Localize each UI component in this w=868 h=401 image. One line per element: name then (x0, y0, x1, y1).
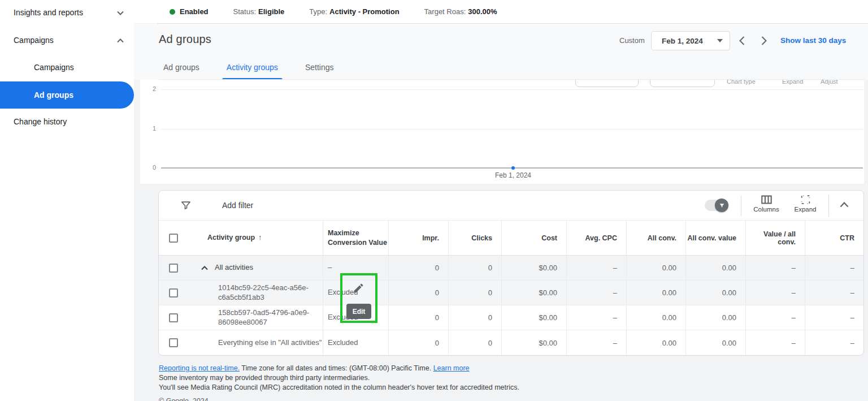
next-date-button[interactable] (757, 33, 771, 48)
date-picker-button[interactable]: Feb 1, 2024 (651, 31, 730, 50)
expand-button[interactable]: Expand (788, 195, 823, 213)
footer-line-2: Some inventory may be provided through t… (159, 373, 519, 383)
sidebar-item-campaigns-section[interactable]: Campaigns (0, 31, 134, 50)
activity-group-name[interactable]: 1014bc59-22c5-4eac-a56e-c6a5cb5f1ab3 (218, 283, 323, 302)
collapse-panel-chevron-icon[interactable] (840, 200, 849, 210)
sidebar-item-ad-groups[interactable]: Ad groups (0, 81, 134, 109)
divider (741, 196, 741, 216)
x-axis-tick: Feb 1, 2024 (495, 171, 531, 179)
page-title: Ad groups (159, 33, 211, 46)
filter-bar: Add filter Columns Expand (159, 191, 863, 220)
activity-group-name[interactable]: Everything else in "All activities" (218, 338, 322, 347)
impr-cell: 0 (388, 281, 448, 305)
filter-icon[interactable] (180, 200, 192, 213)
sidebar-item-label: Insights and reports (14, 8, 83, 17)
enabled-status[interactable]: Enabled (170, 7, 209, 16)
campaign-type: Type: Activity - Promotion (309, 7, 399, 16)
cost-cell: $0.00 (501, 330, 566, 355)
reporting-link[interactable]: Reporting is not real-time. (159, 364, 240, 372)
mcv-cell: Excluded (323, 330, 388, 355)
y-axis-tick: 2 (140, 85, 156, 92)
sort-ascending-icon: ↑ (258, 234, 262, 243)
all-conv-cell: 0.00 (626, 281, 685, 305)
chevron-up-icon (117, 36, 124, 45)
ctr-cell: – (805, 281, 863, 305)
column-header-label: Cost (541, 234, 557, 242)
tab-activity-groups[interactable]: Activity groups (222, 59, 283, 80)
sidebar-item-campaigns[interactable]: Campaigns (0, 58, 134, 77)
column-header-all-conv[interactable]: All conv. (626, 221, 685, 255)
row-checkbox[interactable] (169, 313, 178, 322)
activity-group-name[interactable]: 158cb597-0ad5-4796-a0e9-86098ee80067 (218, 308, 323, 327)
footer-line-1: Reporting is not real-time. Time zone fo… (159, 364, 519, 373)
sidebar-item-label: Ad groups (34, 90, 73, 100)
clicks-cell: 0 (448, 256, 501, 280)
chart-type-button[interactable]: Chart type (727, 80, 756, 85)
column-header-label: Clicks (471, 234, 492, 242)
chart-metric-selector-1[interactable] (575, 80, 639, 87)
column-header-activity-group[interactable]: Activity group ↑ (188, 221, 323, 255)
chart-adjust-button[interactable]: Adjust (821, 80, 838, 85)
activity-group-name[interactable]: All activities (215, 263, 253, 272)
row-checkbox[interactable] (169, 288, 178, 297)
column-header-avg-cpc[interactable]: Avg. CPC (566, 221, 626, 255)
footer-line-3: You'll see Media Rating Council (MRC) ac… (159, 383, 519, 393)
column-header-label: Activity group (207, 234, 255, 243)
tab-ad-groups[interactable]: Ad groups (159, 59, 204, 80)
y-axis-tick: 0 (140, 164, 156, 171)
caret-down-icon (717, 39, 723, 42)
avg-cpc-cell: – (566, 281, 626, 305)
collapse-row-icon[interactable] (201, 266, 208, 270)
google-ads-page: Insights and reports Campaigns Campaigns… (0, 0, 868, 401)
add-filter-button[interactable]: Add filter (222, 191, 253, 220)
sidebar-item-label: Campaigns (14, 36, 54, 45)
timezone-text: Time zone for all dates and times: (GMT-… (240, 364, 433, 372)
data-point[interactable] (511, 166, 515, 170)
impr-cell: 0 (388, 330, 448, 355)
target-roas: Target Roas: 300.00% (424, 7, 497, 16)
tab-settings[interactable]: Settings (301, 59, 338, 80)
table-row: 1014bc59-22c5-4eac-a56e-c6a5cb5f1ab3 Exc… (159, 281, 863, 305)
columns-label: Columns (753, 206, 779, 213)
row-checkbox[interactable] (169, 264, 178, 273)
impr-cell: 0 (388, 256, 448, 280)
column-header-value-all-conv[interactable]: Value / all conv. (745, 221, 805, 255)
type-value: Activity - Promotion (329, 7, 400, 16)
select-all-checkbox[interactable] (169, 234, 178, 243)
enabled-label: Enabled (180, 7, 209, 16)
impr-cell: 0 (388, 305, 448, 330)
expand-icon (801, 195, 810, 204)
roas-label: Target Roas: (424, 7, 466, 16)
row-checkbox[interactable] (169, 338, 178, 347)
column-header-all-conv-value[interactable]: All conv. value (685, 221, 745, 255)
column-header-cost[interactable]: Cost (501, 221, 566, 255)
sidebar-item-insights-and-reports[interactable]: Insights and reports (0, 3, 134, 22)
all-conv-value-cell: 0.00 (685, 256, 745, 280)
columns-button[interactable]: Columns (749, 195, 784, 213)
filter-toggle[interactable] (705, 200, 727, 211)
value-all-conv-cell: – (745, 256, 805, 280)
sidebar-item-change-history[interactable]: Change history (0, 112, 134, 131)
chart-expand-button[interactable]: Expand (782, 80, 803, 85)
table-header-row: Activity group ↑ Maximize Conversion Val… (159, 220, 863, 256)
column-header-clicks[interactable]: Clicks (448, 221, 501, 255)
chart-metric-selector-2[interactable] (650, 80, 715, 87)
copyright: © Google, 2024 (159, 396, 519, 401)
filter-toggle-knob (715, 199, 728, 212)
edit-pencil-icon[interactable] (353, 282, 364, 296)
show-last-30-days-link[interactable]: Show last 30 days (780, 36, 846, 45)
previous-date-button[interactable] (735, 33, 749, 48)
status-value: Eligible (258, 7, 284, 16)
all-conv-cell: 0.00 (626, 330, 685, 355)
learn-more-link[interactable]: Learn more (433, 364, 470, 372)
avg-cpc-cell: – (566, 256, 626, 280)
expand-label: Expand (794, 206, 816, 213)
column-header-impr[interactable]: Impr. (388, 221, 448, 255)
column-header-mcv[interactable]: Maximize Conversion Value (323, 221, 388, 255)
value-all-conv-cell: – (745, 281, 805, 305)
gridline (161, 129, 863, 130)
value-all-conv-cell: – (745, 330, 805, 355)
clicks-cell: 0 (448, 330, 501, 355)
column-header-ctr[interactable]: CTR (805, 221, 863, 255)
clicks-cell: 0 (448, 305, 501, 330)
